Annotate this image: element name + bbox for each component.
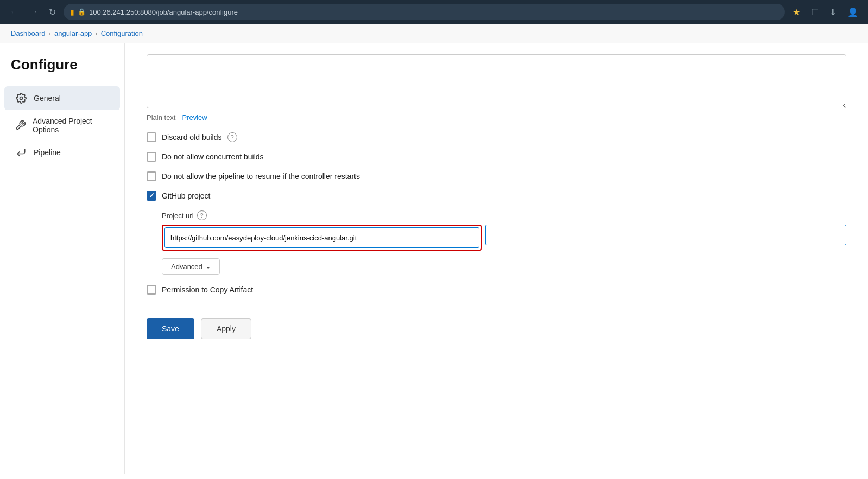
browser-chrome: ← → ↻ ▮ 🔒 100.26.241.250:8080/job/angula…: [0, 0, 868, 24]
github-project-checkbox[interactable]: [147, 191, 156, 201]
breadcrumb-dashboard[interactable]: Dashboard: [11, 29, 46, 37]
discard-old-builds-checkbox[interactable]: [147, 132, 156, 142]
sidebar-item-pipeline[interactable]: Pipeline: [4, 140, 120, 164]
description-textarea[interactable]: [147, 54, 846, 108]
no-concurrent-builds-checkbox[interactable]: [147, 152, 156, 162]
address-bar[interactable]: ▮ 🔒 100.26.241.250:8080/job/angular-app/…: [64, 4, 785, 20]
pipeline-icon: [15, 147, 27, 158]
shield-icon: ▮: [70, 8, 74, 16]
advanced-button[interactable]: Advanced ⌄: [162, 258, 220, 275]
breadcrumb-configuration: Configuration: [101, 29, 143, 37]
sidebar-item-advanced-project-options[interactable]: Advanced Project Options: [4, 110, 120, 140]
no-resume-pipeline-label[interactable]: Do not allow the pipeline to resume if t…: [162, 172, 360, 181]
pocket-button[interactable]: ☐: [808, 5, 822, 20]
no-resume-pipeline-checkbox[interactable]: [147, 171, 156, 181]
text-format-row: Plain text Preview: [147, 113, 846, 122]
sidebar-item-general[interactable]: General: [4, 86, 120, 110]
project-url-label-text: Project url: [162, 212, 194, 220]
permission-copy-artifact-checkbox[interactable]: [147, 285, 156, 295]
gear-icon: [15, 93, 27, 104]
preview-link[interactable]: Preview: [182, 113, 207, 122]
breadcrumb-angular-app[interactable]: angular-app: [54, 29, 92, 37]
save-button[interactable]: Save: [147, 318, 194, 339]
download-button[interactable]: ⇓: [826, 5, 840, 20]
discard-old-builds-label[interactable]: Discard old builds: [162, 133, 222, 142]
permission-copy-artifact-label[interactable]: Permission to Copy Artifact: [162, 285, 253, 294]
profile-button[interactable]: 👤: [844, 5, 861, 20]
wrench-icon: [15, 120, 26, 131]
sidebar: Configure General Advanced Project Optio…: [0, 43, 125, 474]
forward-button[interactable]: →: [26, 5, 41, 19]
sidebar-label-general: General: [34, 94, 61, 103]
apply-button[interactable]: Apply: [201, 318, 251, 339]
breadcrumb-sep-2: ›: [95, 29, 97, 37]
back-button[interactable]: ←: [7, 5, 22, 19]
chevron-down-icon: ⌄: [206, 263, 211, 270]
github-project-label[interactable]: GitHub project: [162, 191, 210, 200]
breadcrumb-sep-1: ›: [49, 29, 51, 37]
checkbox-row-no-concurrent-builds: Do not allow concurrent builds: [147, 152, 846, 162]
project-url-label-row: Project url ?: [162, 210, 846, 220]
url-input-row: https://github.com/easydeploy-cloud/jenk…: [162, 225, 846, 251]
sidebar-label-advanced-project-options: Advanced Project Options: [33, 117, 109, 134]
bottom-buttons: Save Apply: [147, 310, 846, 339]
page-title: Configure: [0, 56, 124, 86]
sidebar-label-pipeline: Pipeline: [34, 148, 61, 157]
url-text: 100.26.241.250:8080/job/angular-app/conf…: [89, 8, 238, 16]
checkbox-row-discard-old-builds: Discard old builds ?: [147, 132, 846, 142]
bookmark-button[interactable]: ★: [789, 5, 803, 20]
project-url-input[interactable]: https://github.com/easydeploy-cloud/jenk…: [164, 227, 479, 248]
checkbox-row-no-resume-pipeline: Do not allow the pipeline to resume if t…: [147, 171, 846, 181]
reload-button[interactable]: ↻: [46, 5, 59, 20]
breadcrumb: Dashboard › angular-app › Configuration: [0, 24, 868, 43]
lock-icon: 🔒: [78, 8, 86, 16]
checkbox-row-github-project: GitHub project: [147, 191, 846, 201]
checkbox-row-permission-copy-artifact: Permission to Copy Artifact: [147, 285, 846, 295]
svg-point-0: [20, 97, 23, 100]
main-content: Plain text Preview Discard old builds ? …: [125, 43, 868, 474]
discard-old-builds-help-icon[interactable]: ?: [227, 132, 237, 142]
project-url-help-icon[interactable]: ?: [197, 210, 207, 220]
project-url-section: Project url ? https://github.com/easydep…: [162, 210, 846, 275]
advanced-button-label: Advanced: [171, 263, 202, 271]
url-input-extra: [485, 225, 846, 245]
main-layout: Configure General Advanced Project Optio…: [0, 43, 868, 474]
browser-actions: ★ ☐ ⇓ 👤: [789, 5, 861, 20]
no-concurrent-builds-label[interactable]: Do not allow concurrent builds: [162, 152, 264, 161]
url-input-highlight-box: https://github.com/easydeploy-cloud/jenk…: [162, 225, 482, 251]
plain-text-link[interactable]: Plain text: [147, 113, 175, 122]
